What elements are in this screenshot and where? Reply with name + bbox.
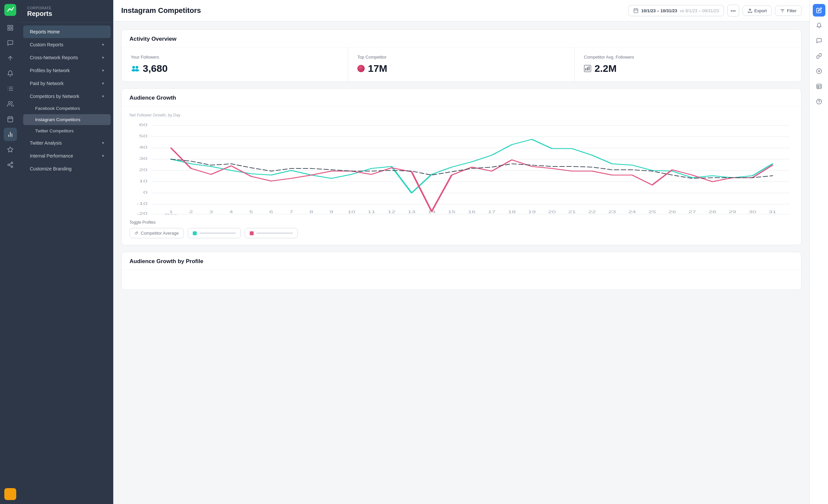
- your-followers-number: 3,680: [143, 63, 168, 74]
- svg-rect-25: [634, 9, 638, 13]
- svg-text:15: 15: [448, 210, 455, 214]
- sidebar: Corporate Reports Reports Home Custom Re…: [20, 0, 113, 504]
- top-competitor-icon: [357, 65, 365, 72]
- audience-growth-title: Audience Growth: [122, 89, 801, 106]
- date-picker-button[interactable]: 10/1/23 – 10/31/23 vs 9/1/23 – 09/31/23: [628, 5, 724, 16]
- sidebar-item-profiles-by-network-label: Profiles by Network: [30, 68, 70, 73]
- teal-color-indicator: [193, 231, 197, 235]
- svg-point-35: [135, 66, 138, 68]
- svg-rect-38: [585, 68, 586, 71]
- svg-rect-0: [4, 4, 16, 16]
- sidebar-item-customize-branding[interactable]: Customize Branding: [23, 163, 111, 175]
- sidebar-item-twitter-analysis-label: Twitter Analysis: [30, 140, 61, 146]
- toggle-competitor-average[interactable]: ↺ Competitor Average: [129, 228, 184, 238]
- sidebar-item-paid-by-network-label: Paid by Network: [30, 81, 64, 86]
- svg-text:19: 19: [528, 210, 536, 214]
- activity-overview-card: Activity Overview Your Followers 3,680: [121, 30, 801, 82]
- svg-point-33: [132, 66, 135, 68]
- svg-line-23: [9, 165, 11, 166]
- export-button[interactable]: Export: [743, 6, 772, 16]
- main-body: Activity Overview Your Followers 3,680: [113, 21, 810, 504]
- svg-text:23: 23: [608, 210, 616, 214]
- notification-button[interactable]: [813, 19, 825, 32]
- top-competitor-number: 17M: [368, 63, 387, 74]
- toggle-pink-profile[interactable]: [245, 228, 298, 238]
- nav-publish-icon[interactable]: [4, 52, 17, 65]
- help-button[interactable]: [813, 95, 825, 108]
- svg-rect-3: [8, 29, 10, 31]
- svg-text:60: 60: [139, 123, 148, 127]
- avg-followers-number: 2.2M: [594, 63, 617, 74]
- sidebar-item-instagram-competitors[interactable]: Instagram Competitors: [23, 114, 111, 125]
- export-icon: [747, 8, 752, 13]
- filter-button[interactable]: Filter: [775, 6, 801, 16]
- svg-point-11: [8, 102, 11, 104]
- nav-alerts-icon[interactable]: [4, 67, 17, 80]
- nav-inbox-icon[interactable]: [4, 36, 17, 50]
- message-icon: [816, 38, 822, 44]
- svg-text:25: 25: [649, 210, 656, 214]
- nav-advocacy-icon[interactable]: [4, 158, 17, 172]
- audience-growth-card: Audience Growth Net Follower Growth, by …: [121, 88, 801, 245]
- avg-followers-value: 2.2M: [584, 63, 792, 74]
- sidebar-item-profiles-by-network[interactable]: Profiles by Network ▾: [23, 64, 111, 77]
- chevron-down-icon: ▾: [102, 81, 104, 86]
- chevron-down-icon: ▾: [102, 94, 104, 99]
- sidebar-item-competitors-by-network-label: Competitors by Network: [30, 94, 79, 99]
- sidebar-item-twitter-analysis[interactable]: Twitter Analysis ▾: [23, 137, 111, 149]
- svg-text:28: 28: [708, 210, 716, 214]
- svg-text:9: 9: [330, 210, 333, 214]
- chevron-down-icon: ▾: [102, 141, 104, 145]
- sidebar-item-twitter-competitors[interactable]: Twitter Competitors: [23, 126, 111, 136]
- top-competitor-value: 17M: [357, 63, 565, 74]
- nav-home-icon[interactable]: [4, 21, 17, 34]
- sidebar-item-reports-home[interactable]: Reports Home: [23, 26, 111, 38]
- nav-listen-icon[interactable]: [4, 82, 17, 95]
- sidebar-item-cross-network-label: Cross-Network Reports: [30, 55, 78, 60]
- sidebar-item-cross-network[interactable]: Cross-Network Reports ▾: [23, 51, 111, 64]
- date-range-main: 10/1/23 – 10/31/23: [641, 8, 677, 13]
- user-avatar[interactable]: [4, 488, 16, 500]
- add-button[interactable]: [813, 65, 825, 78]
- your-followers-label: Your Followers: [131, 55, 338, 59]
- calendar-icon: [633, 8, 638, 13]
- toggle-pills: ↺ Competitor Average: [129, 228, 793, 238]
- your-followers-value: 3,680: [131, 63, 338, 74]
- page-title: Instagram Competitors: [121, 6, 201, 15]
- sidebar-item-internal-performance[interactable]: Internal Performance ▾: [23, 149, 111, 162]
- teal-line-indicator: [199, 233, 236, 234]
- chart-section: Net Follower Growth, by Day 60 50 40 30 …: [122, 106, 801, 245]
- svg-text:26: 26: [668, 210, 676, 214]
- date-range-vs: vs 9/1/23 – 09/31/23: [680, 8, 719, 13]
- app-logo[interactable]: [4, 4, 16, 16]
- ellipsis-icon: •••: [731, 8, 736, 13]
- main-content: Instagram Competitors 10/1/23 – 10/31/23…: [113, 0, 810, 504]
- link-button[interactable]: [813, 50, 825, 62]
- edit-button[interactable]: [813, 4, 825, 16]
- svg-text:Dec: Dec: [165, 214, 177, 215]
- sidebar-item-custom-reports[interactable]: Custom Reports ▾: [23, 38, 111, 51]
- header-actions: 10/1/23 – 10/31/23 vs 9/1/23 – 09/31/23 …: [628, 5, 801, 16]
- nav-schedule-icon[interactable]: [4, 112, 17, 126]
- svg-text:2: 2: [189, 210, 193, 214]
- table-icon: [816, 83, 822, 89]
- nav-analytics-icon[interactable]: [4, 128, 17, 141]
- nav-engage-icon[interactable]: [4, 97, 17, 110]
- sidebar-item-competitors-by-network[interactable]: Competitors by Network ▾: [23, 90, 111, 103]
- feedback-button[interactable]: [813, 34, 825, 47]
- svg-text:27: 27: [689, 210, 696, 214]
- svg-text:17: 17: [488, 210, 495, 214]
- avg-followers-label: Competitor Avg. Followers: [584, 55, 792, 59]
- sidebar-item-facebook-competitors[interactable]: Facebook Competitors: [23, 103, 111, 114]
- filter-label: Filter: [787, 8, 796, 13]
- svg-text:16: 16: [468, 210, 475, 214]
- table-button[interactable]: [813, 80, 825, 93]
- toggle-teal-profile[interactable]: [188, 228, 241, 238]
- nav-influencer-icon[interactable]: [4, 143, 17, 156]
- svg-text:-20: -20: [136, 212, 148, 215]
- sidebar-item-customize-branding-label: Customize Branding: [30, 166, 72, 172]
- bell-icon: [816, 22, 822, 29]
- sidebar-item-paid-by-network[interactable]: Paid by Network ▾: [23, 77, 111, 90]
- more-options-button[interactable]: •••: [727, 5, 739, 16]
- help-icon: [816, 99, 822, 104]
